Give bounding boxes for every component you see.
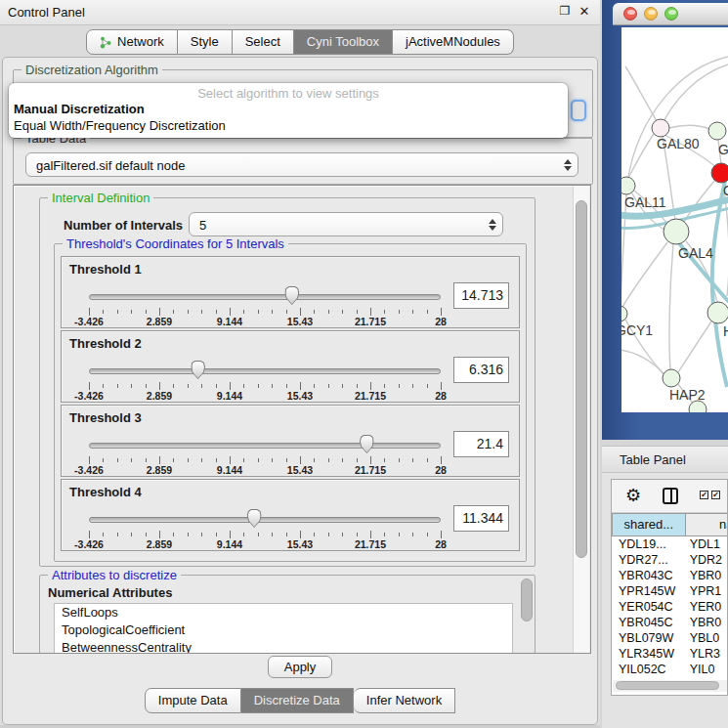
main-scrollbar-thumb[interactable]	[576, 200, 587, 558]
slider-thumb[interactable]	[247, 509, 262, 528]
attribute-item-betweennesscentrality[interactable]: BetweennessCentrality	[55, 639, 512, 654]
network-node-gcy1[interactable]	[621, 306, 627, 321]
tab-impute-data[interactable]: Impute Data	[145, 688, 241, 713]
algorithm-combo-fragment[interactable]	[571, 100, 586, 121]
tab-network[interactable]: Network	[86, 29, 178, 55]
close-button[interactable]	[623, 7, 637, 21]
attribute-item-selfloops[interactable]: SelfLoops	[55, 604, 512, 621]
table-hscrollbar-thumb[interactable]	[616, 681, 719, 690]
numerical-attributes-list[interactable]: SelfLoopsTopologicalCoefficientBetweenne…	[54, 603, 513, 654]
network-edge[interactable]	[668, 125, 709, 129]
gear-icon[interactable]: ⚙	[625, 485, 641, 506]
tick-mark	[201, 533, 202, 536]
slider-track[interactable]	[89, 517, 441, 523]
slider-thumb[interactable]	[284, 286, 299, 305]
tab-jactivemnodules[interactable]: jActiveMNodules	[393, 29, 514, 55]
tick-mark	[173, 384, 174, 388]
minimize-button[interactable]	[644, 7, 658, 21]
split-view-icon[interactable]	[663, 488, 678, 504]
threshold-slider-1[interactable]	[89, 288, 441, 308]
network-edge[interactable]	[661, 64, 728, 128]
table-header-shared[interactable]: shared...	[612, 513, 686, 536]
table-hscrollbar-track[interactable]	[613, 680, 727, 692]
network-edge[interactable]	[678, 321, 711, 372]
network-edge[interactable]	[669, 244, 673, 369]
tick-mark	[258, 310, 259, 314]
network-edge[interactable]	[628, 57, 728, 177]
float-icon[interactable]: ❐	[557, 4, 573, 18]
slider-tick-labels: -3.4262.8599.14415.4321.71528	[89, 390, 441, 402]
apply-button[interactable]: Apply	[268, 656, 332, 678]
threshold-slider-2[interactable]	[89, 363, 441, 382]
slider-thumb[interactable]	[191, 361, 205, 379]
table-row[interactable]: YBL079WYBL0	[612, 630, 728, 646]
table-row[interactable]: YER054CYER0	[612, 599, 728, 615]
slider-thumb[interactable]	[360, 435, 374, 453]
threshold-value-field[interactable]: 14.713	[453, 282, 509, 309]
network-node-hap2[interactable]	[663, 369, 680, 387]
tick-mark	[357, 533, 358, 536]
number-of-intervals-combobox[interactable]: 5	[189, 212, 503, 236]
threshold-value-field[interactable]: 6.316	[453, 357, 509, 383]
tick-label: 21.715	[355, 316, 386, 327]
screenshot-root: Control Panel ❐ ✕ NetworkStyleSelectCyni…	[0, 0, 728, 728]
network-canvas[interactable]: GAL80GACGAL11GAL4HGCY1HAP2	[621, 27, 728, 412]
table-row[interactable]: YDR27...YDR2	[612, 552, 728, 568]
tick-mark	[286, 458, 287, 462]
close-icon[interactable]: ✕	[577, 4, 592, 19]
attributes-list-scrollbar[interactable]	[521, 578, 533, 621]
network-node-c[interactable]	[711, 163, 728, 183]
network-edge[interactable]	[621, 242, 667, 311]
tab-style[interactable]: Style	[178, 29, 233, 55]
network-edge[interactable]	[621, 194, 626, 306]
table-row[interactable]: YBR043CYBR0	[612, 568, 728, 583]
network-node-ga[interactable]	[708, 122, 726, 140]
network-node-gal4[interactable]	[664, 219, 689, 244]
cell-shared-name: YBR045C	[612, 615, 686, 630]
table-toolbar: ⚙ ✔ ✔	[612, 480, 727, 513]
zoom-button[interactable]	[664, 7, 678, 21]
tick-mark	[201, 458, 202, 462]
tab-cyni-toolbox[interactable]: Cyni Toolbox	[294, 29, 393, 55]
tick-mark	[103, 458, 104, 462]
network-edge[interactable]	[628, 134, 654, 178]
algorithm-option-equal-width-frequency-discretization[interactable]: Equal Width/Frequency Discretization	[14, 118, 226, 133]
slider-track[interactable]	[89, 368, 441, 374]
threshold-value-field[interactable]: 11.344	[453, 505, 509, 532]
table-row[interactable]: YLR345WYLR3	[612, 646, 728, 662]
network-edge[interactable]	[625, 66, 661, 128]
main-scrollbar-track[interactable]	[573, 187, 589, 654]
tick-mark	[342, 533, 343, 536]
network-node-h[interactable]	[707, 302, 728, 323]
algorithm-option-manual-discretization[interactable]: Manual Discretization	[14, 102, 145, 116]
network-node-gal80[interactable]	[652, 119, 669, 137]
threshold-title: Threshold 3	[69, 410, 142, 425]
tick-label: 2.859	[147, 538, 172, 550]
tab-discretize-data[interactable]: Discretize Data	[241, 688, 354, 713]
table-data-combobox[interactable]: galFiltered.sif default node	[25, 152, 578, 177]
tick-mark	[370, 531, 371, 538]
tick-mark	[188, 310, 189, 314]
slider-track[interactable]	[89, 443, 441, 449]
cell-shared-name: YDL19...	[612, 536, 686, 552]
checkbox-icon[interactable]: ✔	[711, 491, 720, 499]
threshold-slider-3[interactable]	[89, 437, 441, 456]
checkbox-icon[interactable]: ✔	[700, 491, 708, 499]
table-row[interactable]: YBR045CYBR0	[612, 615, 728, 630]
attribute-item-topologicalcoefficient[interactable]: TopologicalCoefficient	[55, 621, 512, 639]
tab-select[interactable]: Select	[233, 29, 294, 55]
threshold-value-field[interactable]: 21.4	[453, 431, 509, 457]
threshold-slider-4[interactable]	[89, 511, 441, 531]
table-panel-titlebar: Table Panel	[602, 446, 728, 473]
tab-infer-network[interactable]: Infer Network	[354, 688, 455, 713]
slider-track[interactable]	[89, 294, 441, 300]
table-row[interactable]: YDL19...YDL1	[612, 536, 728, 552]
tick-mark	[412, 458, 413, 462]
network-node-gal11[interactable]	[621, 177, 635, 194]
tick-mark	[412, 384, 413, 388]
tick-mark	[173, 458, 174, 462]
table-header-na[interactable]: na	[686, 513, 728, 536]
network-edge[interactable]	[621, 350, 664, 374]
table-row[interactable]: YPR145WYPR1	[612, 583, 728, 599]
table-row[interactable]: YIL052CYIL0	[612, 662, 728, 677]
